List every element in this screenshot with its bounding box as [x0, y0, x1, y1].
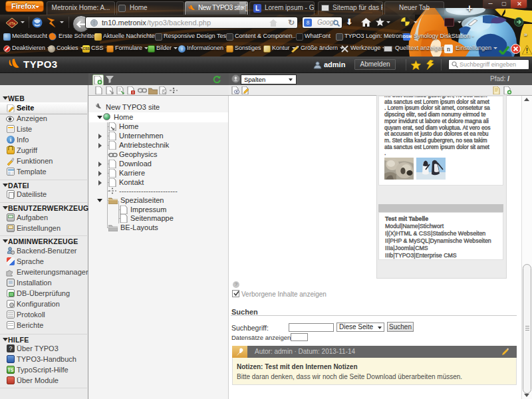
svg-text:dTa: dTa — [9, 21, 15, 25]
svg-text:!: ! — [526, 47, 528, 55]
